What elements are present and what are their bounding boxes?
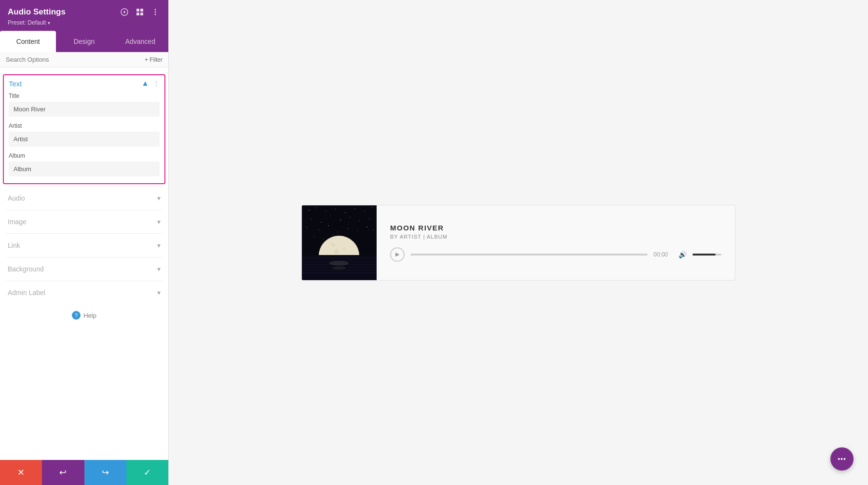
section-image[interactable]: Image ▾: [6, 210, 163, 233]
grid-icon[interactable]: [135, 7, 145, 17]
undo-icon: ↩: [59, 467, 67, 478]
svg-point-8: [155, 14, 156, 15]
section-background[interactable]: Background ▾: [6, 257, 163, 281]
cancel-icon: ✕: [17, 467, 25, 478]
text-section-header: Text ▲ ⋮: [9, 79, 160, 88]
player-title: MOON RIVER: [390, 224, 721, 232]
svg-point-25: [306, 227, 307, 227]
link-label: Link: [8, 242, 20, 249]
tab-design[interactable]: Design: [56, 31, 112, 52]
section-link[interactable]: Link ▾: [6, 233, 163, 257]
svg-point-27: [328, 225, 328, 226]
audio-label: Audio: [8, 194, 25, 202]
tab-advanced[interactable]: Advanced: [112, 31, 168, 52]
svg-point-31: [366, 227, 367, 227]
svg-point-21: [340, 219, 340, 220]
artist-label: Artist: [9, 122, 160, 129]
image-chevron-icon: ▾: [157, 218, 161, 226]
header-icons: [119, 7, 161, 17]
svg-point-35: [333, 234, 334, 234]
album-input[interactable]: [9, 162, 160, 176]
undo-button[interactable]: ↩: [42, 460, 84, 485]
audio-chevron-icon: ▾: [157, 194, 161, 202]
bottom-toolbar: ✕ ↩ ↪ ✓: [0, 460, 168, 485]
svg-point-30: [357, 230, 358, 230]
tab-content[interactable]: Content: [0, 31, 56, 52]
section-admin-label[interactable]: Admin Label ▾: [6, 281, 163, 304]
svg-point-19: [321, 222, 321, 222]
svg-point-6: [155, 9, 156, 11]
main-content: MOON RIVER BY ARTIST | ALBUM ▶ 00:00 🔊 •…: [169, 0, 868, 485]
svg-point-24: [369, 218, 370, 219]
collapse-icon[interactable]: ▲: [141, 79, 149, 88]
svg-point-20: [331, 216, 331, 216]
svg-point-22: [350, 217, 351, 217]
svg-point-26: [319, 229, 319, 229]
svg-point-28: [338, 231, 339, 232]
sidebar-content: Text ▲ ⋮ Title Artist Album: [0, 67, 168, 485]
album-label: Album: [9, 152, 160, 159]
help-button[interactable]: ? Help: [0, 304, 168, 326]
preset-chevron: ▾: [48, 20, 50, 26]
svg-point-39: [331, 243, 335, 247]
redo-icon: ↪: [102, 467, 109, 478]
svg-rect-3: [140, 9, 143, 12]
player-controls: ▶ 00:00 🔊: [390, 247, 721, 262]
svg-point-41: [334, 249, 339, 254]
svg-point-50: [332, 267, 346, 269]
search-bar: + Filter: [0, 52, 168, 67]
volume-icon[interactable]: 🔊: [678, 251, 687, 258]
album-field-group: Album: [9, 152, 160, 176]
section-audio[interactable]: Audio ▾: [6, 186, 163, 210]
settings-icon[interactable]: [119, 7, 130, 17]
svg-point-14: [345, 212, 345, 213]
play-icon: ▶: [395, 251, 399, 257]
time-display: 00:00: [653, 251, 673, 258]
text-section-icons: ▲ ⋮: [141, 79, 160, 88]
title-label: Title: [9, 93, 160, 99]
svg-rect-5: [140, 13, 143, 15]
album-art: [302, 205, 377, 280]
svg-point-32: [373, 229, 374, 229]
filter-button[interactable]: + Filter: [145, 56, 163, 63]
admin-label-chevron-icon: ▾: [157, 289, 161, 296]
sidebar-tabs: Content Design Advanced: [0, 31, 168, 52]
save-button[interactable]: ✓: [126, 460, 168, 485]
artist-field-group: Artist: [9, 122, 160, 147]
sidebar: Audio Settings Preset: Default ▾ Content…: [0, 0, 169, 485]
svg-point-33: [314, 236, 314, 237]
search-input[interactable]: [6, 56, 145, 63]
preset-label[interactable]: Preset: Default ▾: [8, 19, 161, 26]
admin-label-text: Admin Label: [8, 289, 45, 296]
svg-point-16: [364, 211, 365, 211]
sidebar-title: Audio Settings: [8, 7, 66, 17]
svg-point-40: [343, 247, 346, 250]
svg-point-17: [372, 207, 372, 208]
artist-input[interactable]: [9, 132, 160, 147]
audio-card: MOON RIVER BY ARTIST | ALBUM ▶ 00:00 🔊: [301, 205, 735, 281]
svg-point-18: [312, 218, 312, 219]
fab-icon: •••: [838, 455, 846, 463]
svg-point-34: [323, 239, 324, 239]
help-label: Help: [83, 312, 96, 319]
collapsed-sections: Audio ▾ Image ▾ Link ▾ Background ▾ Admi…: [0, 186, 168, 304]
svg-rect-4: [136, 13, 139, 15]
text-section: Text ▲ ⋮ Title Artist Album: [3, 74, 165, 184]
fab-button[interactable]: •••: [830, 447, 854, 471]
text-section-more-icon[interactable]: ⋮: [153, 80, 160, 87]
cancel-button[interactable]: ✕: [0, 460, 42, 485]
more-icon[interactable]: [150, 7, 161, 17]
svg-point-1: [123, 11, 125, 13]
background-chevron-icon: ▾: [157, 265, 161, 273]
redo-button[interactable]: ↪: [84, 460, 126, 485]
svg-point-49: [329, 261, 349, 266]
svg-point-15: [355, 208, 355, 209]
svg-point-13: [336, 209, 336, 209]
play-button[interactable]: ▶: [390, 247, 405, 262]
title-input[interactable]: [9, 102, 160, 117]
svg-rect-2: [136, 9, 139, 12]
text-section-title: Text: [9, 80, 22, 88]
progress-bar[interactable]: [410, 254, 648, 256]
volume-bar[interactable]: [692, 254, 721, 256]
volume-fill: [692, 254, 716, 256]
